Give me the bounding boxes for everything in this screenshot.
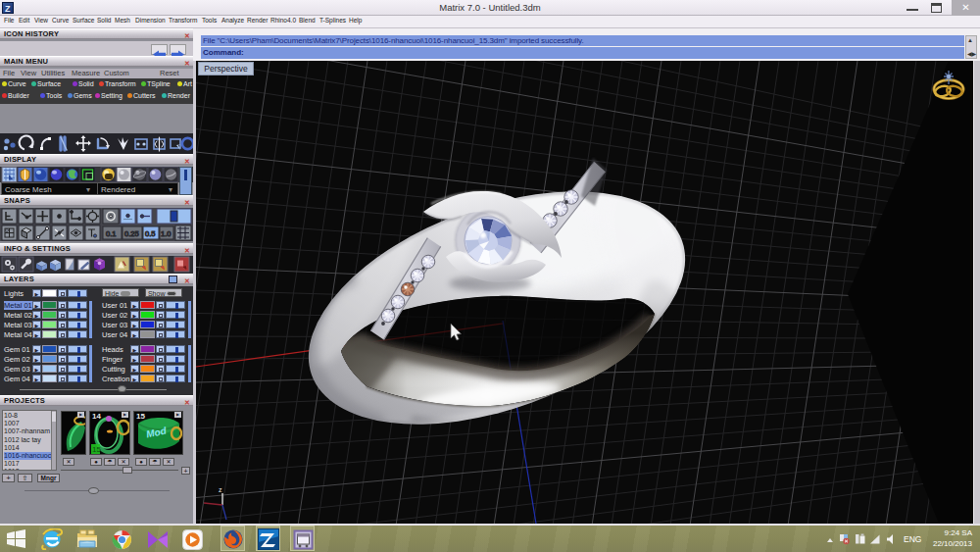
svg-text:15: 15: [92, 445, 101, 454]
svg-text:0.25: 0.25: [124, 229, 139, 238]
svg-text:z: z: [219, 486, 222, 493]
svg-text:0.5: 0.5: [145, 229, 155, 238]
svg-text:0.1: 0.1: [106, 229, 116, 238]
svg-text:1.0: 1.0: [161, 229, 171, 238]
